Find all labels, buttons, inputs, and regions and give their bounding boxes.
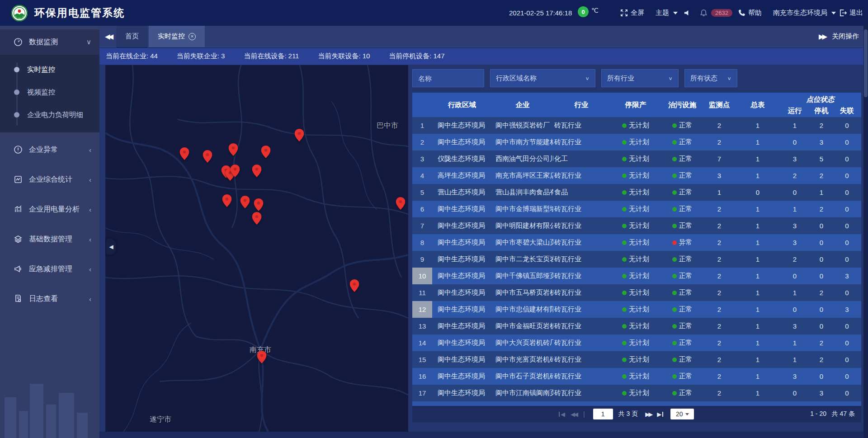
help-button[interactable]: 帮助 [738, 9, 762, 17]
table-row[interactable]: 10 阆中生态环境局 阆中千佛镇五郎垭页岩 砖瓦行业 无计划 正常 2 1 0 … [412, 268, 861, 284]
table-row[interactable]: 3 仪陇生态环境局 西南油气田分公司川中 化工 无计划 正常 7 1 3 5 0 [412, 151, 861, 167]
map-pin-icon[interactable] [294, 129, 304, 143]
cell-stop-status: 无计划 [609, 134, 662, 151]
sidebar-item-1[interactable]: 企业异常‹ [0, 137, 99, 162]
sidebar-item-0[interactable]: 数据监测∨ [0, 29, 99, 55]
cell-facility-status: 正常 [662, 401, 703, 406]
table-row[interactable]: 13 阆中生态环境局 阆中市金福旺页岩机砖 砖瓦行业 无计划 正常 2 1 3 … [412, 318, 861, 334]
close-tab-icon[interactable]: × [189, 33, 196, 40]
table-row[interactable]: 11 阆中生态环境局 阆中市五马桥页岩机砖 砖瓦行业 无计划 正常 2 1 1 … [412, 284, 861, 301]
name-search-field[interactable] [412, 69, 484, 87]
table-row[interactable]: 9 阆中生态环境局 阆中市二龙长宝页岩砖 砖瓦行业 无计划 正常 2 1 2 0… [412, 251, 861, 268]
map-pin-icon[interactable] [254, 198, 264, 213]
sidebar-item-4[interactable]: 基础数据管理‹ [0, 226, 99, 252]
name-search-input[interactable] [418, 75, 478, 82]
cell-meter: 1 [736, 217, 779, 234]
page-number-input[interactable]: 1 [593, 409, 613, 419]
map-pin-icon[interactable] [222, 194, 231, 209]
fullscreen-button[interactable]: 全屏 [620, 9, 644, 17]
table-row[interactable]: 4 高坪生态环境局 南充市高坪区王家店建 砖瓦行业 无计划 正常 3 1 2 2… [412, 167, 861, 184]
cell-region: 高坪生态环境局 [432, 167, 492, 184]
table-row[interactable]: 15 阆中生态环境局 阆中市光富页岩机砖厂 砖瓦行业 无计划 正常 2 1 1 … [412, 351, 861, 368]
sidebar-subitem[interactable]: 企业电力负荷明细 [0, 104, 99, 126]
tab-scroll-left-icon[interactable]: ◀◀ [99, 33, 116, 41]
close-operations-button[interactable]: 关闭操作 [832, 32, 859, 41]
cell-facility-status: 正常 [662, 217, 703, 234]
cell-running: 3 [779, 217, 810, 234]
table-row[interactable]: 2 阆中生态环境局 阆中市南方节能建材有 砖瓦行业 无计划 正常 2 1 0 3… [412, 134, 861, 151]
cell-company: 南充市高坪区王家店建 [492, 167, 553, 184]
table-row[interactable]: 1 阆中生态环境局 阆中强锐页岩砖厂 砖瓦行业 无计划 正常 2 1 1 2 0 [412, 117, 861, 134]
industry-select[interactable]: 所有行业 ∨ [601, 69, 679, 87]
cell-company: 阆中市忠信建材有限公 [492, 301, 553, 318]
gauge-icon [14, 38, 23, 47]
next-page-button[interactable]: ▶▶ [642, 411, 654, 418]
col-index [412, 93, 432, 117]
theme-dropdown[interactable]: 主题 [656, 9, 678, 17]
table-row[interactable]: 5 营山生态环境局 营山县润丰肉食品有限 食品 无计划 正常 1 0 0 1 0 [412, 184, 861, 201]
table-row[interactable]: 18 南部生态环境局 南部县瑞华山河页岩砖 砖瓦行业 无计划 正常 2 1 0 … [412, 401, 861, 406]
page-size-select[interactable]: 20 [670, 409, 694, 419]
last-page-button[interactable]: ▶ [654, 411, 664, 418]
region-select[interactable]: 行政区域名称 ∨ [490, 69, 595, 87]
sidebar-subitem[interactable]: 实时监控 [0, 58, 99, 81]
table-row[interactable]: 16 阆中生态环境局 阆中市石子页岩机砖厂 砖瓦行业 无计划 正常 2 1 3 … [412, 368, 861, 385]
table-row[interactable]: 12 阆中生态环境局 阆中市忠信建材有限公 砖瓦行业 无计划 正常 2 1 0 … [412, 301, 861, 318]
prev-page-button[interactable]: ◀◀ [568, 411, 580, 418]
cell-region: 阆中生态环境局 [432, 117, 492, 134]
cell-facility-status: 正常 [662, 134, 703, 151]
cell-points: 2 [703, 351, 736, 368]
map-pin-icon[interactable] [257, 351, 266, 365]
cell-company: 阆中市二龙长宝页岩砖 [492, 251, 553, 268]
map-panel[interactable]: 巴中市南充市遂宁市 ◀ [105, 65, 408, 432]
cell-index: 14 [412, 334, 432, 351]
map-pin-icon[interactable] [349, 279, 359, 294]
notification-count-badge: 2632 [711, 9, 732, 17]
sidebar-item-3[interactable]: 企业用电量分析‹ [0, 197, 99, 222]
collapse-map-handle[interactable]: ◀ [106, 239, 116, 255]
map-pin-icon[interactable] [203, 150, 212, 165]
map-pin-icon[interactable] [228, 143, 238, 158]
cell-lost: 0 [833, 334, 861, 351]
scrollbar-thumb[interactable] [864, 29, 868, 97]
map-pin-icon[interactable] [240, 196, 250, 210]
status-dot-icon [622, 140, 627, 145]
temperature-unit: ℃ [591, 7, 599, 14]
table-row[interactable]: 14 阆中生态环境局 阆中大兴页岩机砖厂 砖瓦行业 无计划 正常 2 1 1 2… [412, 334, 861, 351]
notifications-button[interactable]: 2632 [700, 9, 732, 17]
sidebar-item-2[interactable]: 企业综合统计‹ [0, 167, 99, 192]
cell-stop-status: 无计划 [609, 284, 662, 301]
cell-meter: 1 [736, 134, 779, 151]
logout-button[interactable]: 退出 [839, 9, 863, 17]
map-pin-icon[interactable] [252, 165, 262, 179]
page-scrollbar[interactable] [863, 26, 868, 438]
table-row[interactable]: 17 阆中生态环境局 阆中市江南镇阆南页岩 砖瓦行业 无计划 正常 2 1 0 … [412, 385, 861, 401]
first-page-button[interactable]: ◀ [558, 411, 568, 418]
sidebar-item-6[interactable]: 日志查看‹ [0, 286, 99, 311]
mute-toggle[interactable] [684, 9, 691, 17]
sidebar-item-5[interactable]: 应急减排管理‹ [0, 256, 99, 282]
tab-scroll-right-icon[interactable]: ▶▶ [819, 33, 826, 41]
cell-points: 3 [703, 167, 736, 184]
cell-facility-status: 正常 [662, 351, 703, 368]
tab-home[interactable]: 首页 [116, 26, 148, 47]
status-select[interactable]: 所有状态 ∨ [684, 69, 737, 87]
sidebar-subitem[interactable]: 视频监控 [0, 81, 99, 104]
map-pin-icon[interactable] [252, 212, 262, 226]
table-row[interactable]: 8 阆中生态环境局 阆中市枣碧大梁山页岩 砖瓦行业 无计划 异常 2 1 3 0… [412, 234, 861, 251]
table-row[interactable]: 6 阆中生态环境局 阆中市金博瑞新型墙材 砖瓦行业 无计划 正常 2 1 1 2… [412, 201, 861, 217]
status-dot-icon [622, 157, 627, 161]
org-dropdown[interactable]: 南充市生态环境局 [773, 9, 836, 17]
cell-meter: 0 [736, 184, 779, 201]
cell-running: 0 [779, 134, 810, 151]
map-pin-icon[interactable] [396, 197, 406, 212]
cell-stopped: 0 [810, 318, 833, 334]
cell-running: 1 [779, 201, 810, 217]
org-label: 南充市生态环境局 [773, 9, 827, 17]
map-pin-icon[interactable] [179, 147, 189, 162]
cell-meter: 1 [736, 334, 779, 351]
map-pin-icon[interactable] [230, 165, 240, 179]
map-pin-icon[interactable] [261, 146, 271, 160]
table-row[interactable]: 7 阆中生态环境局 阆中明阳建材有限公司 砖瓦行业 无计划 正常 2 1 3 0… [412, 217, 861, 234]
tab-realtime-monitoring[interactable]: 实时监控 × [149, 26, 205, 47]
